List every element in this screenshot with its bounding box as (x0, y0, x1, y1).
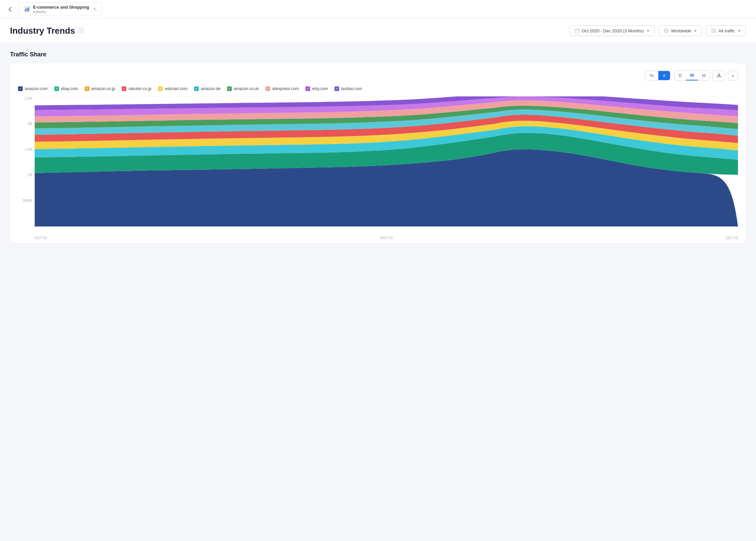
legend-label-amazon-uk: amazon.co.uk (234, 86, 259, 91)
y-axis-label-500m: 500M (18, 198, 32, 202)
add-button[interactable]: + (728, 71, 738, 81)
svg-rect-10 (717, 76, 721, 77)
period-group: D W M (674, 70, 710, 81)
legend-item-walmart: walmart.com (158, 86, 187, 91)
traffic-dropdown-arrow: ▼ (738, 29, 741, 33)
tab-text: E-commerce and Shopping Industry (33, 5, 89, 14)
download-button[interactable] (713, 70, 725, 81)
globe-icon (664, 28, 669, 33)
legend-checkbox-taobao[interactable] (334, 86, 339, 91)
page-title-area: Industry Trends ⓘ (10, 26, 84, 36)
legend-item-amazon: amazon.com (18, 86, 48, 91)
chart-card: % # D W M + amazon.com (10, 63, 746, 243)
legend-checkbox-amazon-uk[interactable] (227, 86, 232, 91)
view-toggle-group: % # (645, 71, 671, 80)
x-axis-nov: NOV'20 (380, 236, 393, 240)
svg-rect-1 (27, 8, 28, 11)
legend-label-aliexpress: aliexpress.com (272, 86, 299, 91)
legend-label-amazon: amazon.com (25, 86, 48, 91)
region-label: Worldwide (671, 28, 691, 33)
legend-item-etsy: etsy.com (305, 86, 328, 91)
legend-checkbox-rakuten[interactable] (122, 86, 126, 91)
chart-toolbar: % # D W M + (18, 70, 738, 81)
chart-svg-area (35, 96, 738, 234)
date-range-label: Oct 2020 - Dec 2020 (3 Months) (582, 28, 644, 33)
legend-item-amazon-de: amazon.de (194, 86, 220, 91)
tab-icon (24, 6, 30, 13)
traffic-icon (711, 28, 716, 33)
legend-checkbox-ebay[interactable] (54, 86, 59, 91)
legend-checkbox-amazon[interactable] (18, 86, 23, 91)
svg-rect-3 (575, 29, 580, 33)
legend-item-amazon-jp: amazon.co.jp (85, 86, 115, 91)
main-content: Traffic Share % # D W M + (0, 43, 756, 251)
traffic-label: All traffic (718, 28, 735, 33)
download-icon (716, 72, 722, 78)
week-btn[interactable]: W (686, 71, 698, 80)
page-title: Industry Trends (10, 26, 75, 36)
legend-checkbox-amazon-de[interactable] (194, 86, 199, 91)
svg-rect-8 (712, 31, 713, 33)
legend-item-amazon-uk: amazon.co.uk (227, 86, 259, 91)
x-axis-dec: DEC'20 (725, 236, 738, 240)
back-button[interactable] (7, 6, 13, 13)
x-axis: OCT'20 NOV'20 DEC'20 (35, 234, 738, 240)
date-range-dropdown-arrow: ▼ (646, 29, 650, 33)
page-header: Industry Trends ⓘ Oct 2020 - Dec 2020 (3… (0, 19, 756, 43)
tab-subtitle: Industry (33, 10, 89, 14)
region-button[interactable]: Worldwide ▼ (659, 25, 702, 36)
y-axis-label-2-5b: 2.5B (18, 96, 32, 100)
legend-checkbox-etsy[interactable] (305, 86, 310, 91)
legend-label-amazon-de: amazon.de (201, 86, 220, 91)
svg-rect-6 (712, 29, 713, 30)
area-chart-svg (35, 96, 738, 226)
percent-toggle[interactable]: % (645, 71, 659, 80)
legend-checkbox-amazon-jp[interactable] (85, 86, 89, 91)
edit-icon[interactable]: ✎ (93, 7, 97, 12)
date-range-button[interactable]: Oct 2020 - Dec 2020 (3 Months) ▼ (570, 25, 655, 36)
tab-title: E-commerce and Shopping (33, 5, 89, 10)
chart-with-yaxis: 2.5B 2B 1.5B 1B 500M (18, 96, 738, 234)
legend-label-amazon-jp: amazon.co.jp (91, 86, 115, 91)
section-title: Traffic Share (10, 51, 746, 58)
legend-checkbox-aliexpress[interactable] (265, 86, 270, 91)
svg-rect-2 (28, 7, 29, 11)
y-axis-label-2b: 2B (18, 122, 32, 126)
month-btn[interactable]: M (698, 71, 710, 80)
traffic-button[interactable]: All traffic ▼ (706, 25, 746, 36)
day-btn[interactable]: D (675, 71, 686, 80)
legend-checkbox-walmart[interactable] (158, 86, 163, 91)
legend-label-ebay: ebay.com (61, 86, 78, 91)
legend-item-ebay: ebay.com (54, 86, 78, 91)
legend-item-taobao: taobao.com (334, 86, 362, 91)
chart-area: 2.5B 2B 1.5B 1B 500M (18, 96, 738, 240)
legend-label-walmart: walmart.com (165, 86, 187, 91)
header-controls: Oct 2020 - Dec 2020 (3 Months) ▼ Worldwi… (570, 25, 746, 36)
legend-label-taobao: taobao.com (341, 86, 362, 91)
info-icon[interactable]: ⓘ (78, 27, 84, 34)
chart-legend: amazon.com ebay.com amazon.co.jp rakuten… (18, 86, 738, 91)
legend-item-rakuten: rakuten.co.jp (122, 86, 151, 91)
industry-tab[interactable]: E-commerce and Shopping Industry ✎ (19, 2, 102, 16)
x-axis-oct: OCT'20 (35, 236, 47, 240)
y-axis-label-1-5b: 1.5B (18, 147, 32, 151)
legend-label-rakuten: rakuten.co.jp (128, 86, 151, 91)
y-axis: 2.5B 2B 1.5B 1B 500M (18, 96, 35, 234)
y-axis-label-1b: 1B (18, 173, 32, 177)
svg-rect-7 (714, 29, 716, 30)
svg-rect-0 (25, 9, 26, 11)
region-dropdown-arrow: ▼ (694, 29, 697, 33)
svg-rect-9 (714, 31, 716, 33)
calendar-icon (575, 28, 580, 33)
legend-item-aliexpress: aliexpress.com (265, 86, 299, 91)
legend-label-etsy: etsy.com (312, 86, 328, 91)
hash-toggle[interactable]: # (658, 71, 670, 80)
top-bar: E-commerce and Shopping Industry ✎ (0, 0, 756, 19)
